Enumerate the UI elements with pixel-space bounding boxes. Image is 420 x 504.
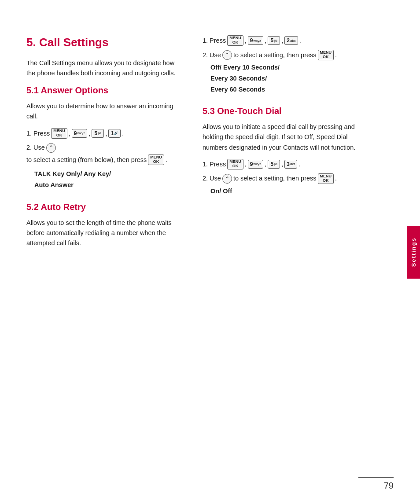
sub52-description: Allows you to set the length of time the… — [26, 218, 176, 249]
sub52-options: Off/ Every 10 Seconds/Every 30 Seconds/E… — [210, 62, 365, 95]
sidebar-label: Settings — [410, 237, 417, 267]
sub52-title: 5.2 Auto Retry — [26, 201, 176, 213]
sub53-step1: 1. Press MENUOK, 9wxyz, 5jkl, 3def. — [203, 159, 365, 170]
main-description: The Call Settings menu allows you to des… — [26, 58, 176, 78]
key-1-1: 1🔊 — [108, 129, 121, 138]
main-title: 5. Call Settings — [26, 35, 176, 50]
nav-icon-2: ⌃ — [222, 50, 232, 60]
key-5jkl-3: 5jkl — [268, 160, 280, 169]
sub51-description: Allows you to determine how to answer an… — [26, 101, 176, 121]
key-menu-ok-3: MENUOK — [227, 35, 243, 46]
sidebar-tab: Settings — [407, 226, 420, 279]
key-menu-ok-6: MENUOK — [318, 173, 334, 184]
sub53-step2: 2. Use ⌃ to select a setting, then press… — [203, 173, 365, 184]
key-3def: 3def — [284, 160, 297, 169]
sub53-description: Allows you to initiate a speed dial call… — [203, 122, 365, 153]
sub53-title: 5.3 One-Touch Dial — [203, 105, 365, 117]
right-column: 1. Press MENUOK, 9wxyz, 5jkl, 2abc. 2. U… — [189, 0, 379, 504]
sub53-options: On/ Off — [210, 186, 365, 197]
sub52-step1: 1. Press MENUOK, 9wxyz, 5jkl, 2abc. — [203, 35, 365, 46]
sub51-step1: 1. Press MENUOK, 9wxyz, 5jkl, 1🔊. — [26, 128, 176, 139]
left-column: 5. Call Settings The Call Settings menu … — [0, 0, 189, 504]
page-container: 5. Call Settings The Call Settings menu … — [0, 0, 420, 504]
sub51-step2: 2. Use ⌃ to select a setting (from below… — [26, 142, 176, 165]
nav-icon-3: ⌃ — [222, 174, 232, 184]
sub51-options: TALK Key Only/ Any Key/Auto Answer — [34, 169, 176, 190]
key-9wxyz-1: 9wxyz — [72, 129, 87, 138]
key-menu-ok-5: MENUOK — [227, 159, 243, 169]
page-number: 79 — [384, 481, 394, 491]
key-menu-ok-4: MENUOK — [318, 50, 334, 60]
sub52-step2: 2. Use ⌃ to select a setting, then press… — [203, 50, 365, 61]
key-5jkl-1: 5jkl — [92, 129, 104, 138]
step1-prefix: 1. Press — [26, 128, 50, 139]
key-5jkl-2: 5jkl — [268, 36, 280, 45]
bottom-divider — [358, 477, 394, 478]
key-menu-ok-1: MENUOK — [51, 128, 67, 139]
key-menu-ok-2: MENUOK — [148, 155, 164, 165]
nav-icon-1: ⌃ — [46, 143, 56, 153]
key-2abc: 2abc — [284, 36, 298, 45]
sub51-title: 5.1 Answer Options — [26, 85, 176, 96]
key-9wxyz-2: 9wxyz — [248, 36, 263, 45]
key-9wxyz-3: 9wxyz — [248, 160, 263, 169]
